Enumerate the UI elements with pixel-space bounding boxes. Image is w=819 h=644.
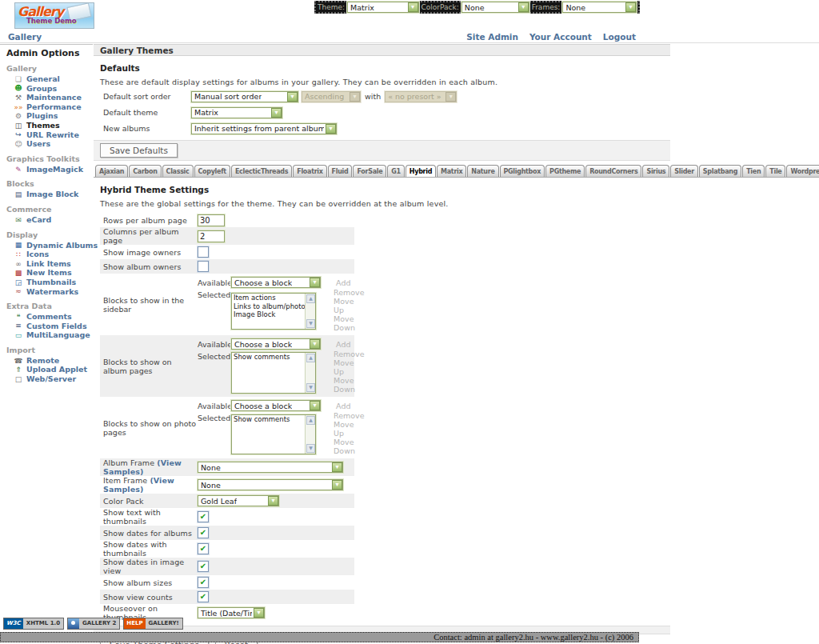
tab-pglightbox[interactable]: PGlightbox (500, 165, 545, 177)
sidebar-item-ecard[interactable]: ✉eCard (6, 215, 93, 225)
settings-checkbox-checked[interactable]: ✔ (198, 577, 209, 588)
listbox-item[interactable]: Image Block (232, 310, 315, 319)
tab-fluid[interactable]: Fluid (328, 165, 353, 177)
presort-select: « no presort » ▾ (385, 91, 457, 102)
sidebar-item-url-rewrite[interactable]: ↪URL Rewrite (6, 130, 93, 140)
settings-checkbox-checked[interactable]: ✔ (198, 591, 209, 602)
listbox-item[interactable]: Show comments (232, 353, 315, 362)
sidebar-item-maintenance[interactable]: ⚒Maintenance (6, 93, 93, 102)
tab-matrix[interactable]: Matrix (437, 165, 466, 177)
tab-wordpressembedded[interactable]: WordpressEmbedded (786, 165, 819, 177)
tab-eclecticthreads[interactable]: EclecticThreads (231, 165, 292, 177)
tab-tile[interactable]: Tile (765, 165, 785, 177)
help-gallery-badge[interactable]: HELP GALLERY! (123, 618, 182, 630)
tab-floatrix[interactable]: Floatrix (293, 165, 326, 177)
nav-link-site-admin[interactable]: Site Admin (466, 32, 518, 42)
dropdown-arrow-icon: ▾ (518, 2, 529, 12)
selected-blocks-listbox[interactable]: Item actionsLinks to album/photo peersIm… (231, 293, 316, 330)
sidebar-item-groups[interactable]: ☻Groups (6, 84, 93, 94)
settings-checkbox-checked[interactable]: ✔ (198, 543, 209, 554)
frames-select[interactable]: None ▾ (562, 2, 637, 13)
new-albums-select[interactable]: Inherit settings from parent album ▾ (191, 123, 337, 134)
sidebar-item-dynamic-albums[interactable]: ▦Dynamic Albums (6, 241, 93, 250)
view-samples-link[interactable]: (View Samples) (103, 458, 182, 476)
listbox-scrollbar[interactable]: ▲▼ (305, 294, 315, 329)
sidebar-item-link-items[interactable]: ∞Link Items (6, 259, 93, 269)
sidebar-item-image-block[interactable]: ▤Image Block (6, 190, 93, 199)
settings-checkbox[interactable] (198, 261, 209, 272)
sidebar-item-comments[interactable]: ❝Comments (6, 312, 93, 322)
selected-blocks-listbox[interactable]: Show comments▲▼ (231, 352, 316, 394)
save-defaults-button[interactable]: Save Defaults (100, 143, 178, 158)
select-choose-a-block[interactable]: Choose a block▾ (231, 400, 321, 411)
tab-tien[interactable]: Tien (742, 165, 765, 177)
scroll-down-icon[interactable]: ▼ (306, 383, 315, 392)
sidebar-item-themes[interactable]: ◫Themes (6, 121, 93, 130)
breadcrumb-gallery-link[interactable]: Gallery (8, 32, 42, 42)
sidebar-item-general[interactable]: ❏General (6, 74, 93, 84)
w3c-xhtml-badge[interactable]: W3C XHTML 1.0 (3, 618, 64, 630)
select-none[interactable]: None▾ (198, 479, 343, 490)
tab-splatbang[interactable]: Splatbang (699, 165, 741, 177)
colorpack-select[interactable]: None ▾ (461, 2, 529, 13)
listbox-item[interactable]: Links to album/photo peers (232, 302, 315, 311)
tab-classic[interactable]: Classic (162, 165, 194, 177)
tab-pgtheme[interactable]: PGtheme (545, 165, 585, 177)
default-theme-select[interactable]: Matrix ▾ (191, 107, 282, 118)
tab-sirius[interactable]: Sirius (642, 165, 669, 177)
scroll-down-icon[interactable]: ▼ (306, 319, 315, 328)
select-gold-leaf[interactable]: Gold Leaf▾ (198, 495, 279, 506)
sidebar-item-web-server[interactable]: □Web/Server (6, 374, 93, 384)
sidebar-item-icons[interactable]: ∷Icons (6, 250, 93, 259)
nav-link-your-account[interactable]: Your Account (529, 32, 592, 42)
settings-text-input[interactable] (198, 230, 225, 242)
sort-order-select[interactable]: Manual sort order ▾ (191, 91, 298, 102)
gallery-logo[interactable]: Gallery Theme Demo (14, 2, 94, 29)
sidebar-item-thumbnails[interactable]: ◲Thumbnails (6, 278, 93, 287)
settings-text-input[interactable] (198, 214, 225, 226)
listbox-item[interactable]: Show comments (232, 415, 315, 424)
sidebar-item-custom-fields[interactable]: ≡Custom Fields (6, 322, 93, 331)
tab-nature[interactable]: Nature (467, 165, 498, 177)
tab-forsale[interactable]: ForSale (353, 165, 386, 177)
tab-g1[interactable]: G1 (387, 165, 405, 177)
tab-copyleft[interactable]: Copyleft (194, 165, 230, 177)
scroll-up-icon[interactable]: ▲ (306, 354, 315, 362)
settings-checkbox-checked[interactable]: ✔ (198, 511, 209, 522)
sidebar-item-performance[interactable]: »»Performance (6, 102, 93, 112)
select-choose-a-block[interactable]: Choose a block▾ (231, 277, 321, 288)
select-none[interactable]: None▾ (198, 462, 343, 473)
select-choose-a-block[interactable]: Choose a block▾ (231, 338, 321, 350)
listbox-item[interactable]: Item actions (232, 294, 315, 302)
view-samples-link[interactable]: (View Samples) (103, 476, 174, 494)
sidebar-item-imagemagick[interactable]: ✎ImageMagick (6, 165, 93, 174)
scroll-up-icon[interactable]: ▲ (306, 416, 315, 425)
scroll-down-icon[interactable]: ▼ (306, 444, 315, 453)
scroll-up-icon[interactable]: ▲ (306, 294, 315, 303)
gallery2-badge[interactable]: GALLERY 2 (67, 618, 120, 630)
listbox-scrollbar[interactable]: ▲▼ (305, 415, 315, 454)
users-icon: ☺ (14, 140, 23, 148)
settings-checkbox[interactable] (198, 246, 209, 258)
sidebar-item-watermarks[interactable]: ≈Watermarks (6, 287, 93, 297)
sidebar-item-label: Icons (26, 250, 49, 259)
settings-checkbox-checked[interactable]: ✔ (198, 561, 209, 572)
sidebar-item-new-items[interactable]: ▩New Items (6, 268, 93, 278)
tab-slider[interactable]: Slider (670, 165, 698, 177)
move-down-action: Move Down (334, 438, 365, 455)
listbox-scrollbar[interactable]: ▲▼ (305, 353, 315, 393)
selected-blocks-listbox[interactable]: Show comments▲▼ (231, 414, 316, 454)
theme-select[interactable]: Matrix ▾ (347, 2, 418, 13)
settings-checkbox-checked[interactable]: ✔ (198, 527, 209, 538)
sidebar-item-remote[interactable]: ☎Remote (6, 356, 93, 366)
tab-ajaxian[interactable]: Ajaxian (95, 165, 128, 177)
nav-link-logout[interactable]: Logout (603, 32, 636, 42)
sidebar-item-plugins[interactable]: ⚙Plugins (6, 111, 93, 121)
tab-roundcorners[interactable]: RoundCorners (585, 165, 641, 177)
tab-carbon[interactable]: Carbon (129, 165, 161, 177)
tab-hybrid[interactable]: Hybrid (406, 165, 436, 178)
sidebar-item-multilanguage[interactable]: ▭MultiLanguage (6, 330, 93, 340)
select-title-date-time[interactable]: Title (Date/Time)▾ (198, 607, 265, 618)
sidebar-item-upload-applet[interactable]: ⇑Upload Applet (6, 365, 93, 374)
sidebar-item-users[interactable]: ☺Users (6, 139, 93, 149)
